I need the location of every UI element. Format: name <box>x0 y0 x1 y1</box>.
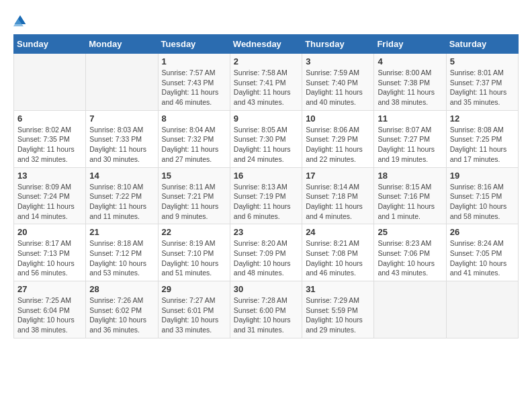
calendar-cell: 8Sunrise: 8:04 AM Sunset: 7:32 PM Daylig… <box>158 110 230 167</box>
day-header-monday: Monday <box>86 35 158 54</box>
day-info: Sunrise: 8:20 AM Sunset: 7:09 PM Dayligh… <box>234 238 298 278</box>
day-number: 13 <box>17 171 82 181</box>
day-info: Sunrise: 7:59 AM Sunset: 7:40 PM Dayligh… <box>306 68 370 107</box>
day-info: Sunrise: 7:57 AM Sunset: 7:43 PM Dayligh… <box>162 68 226 107</box>
calendar-header-row: SundayMondayTuesdayWednesdayThursdayFrid… <box>14 35 519 54</box>
calendar-cell: 16Sunrise: 8:13 AM Sunset: 7:19 PM Dayli… <box>230 167 302 224</box>
day-number: 3 <box>306 56 370 66</box>
day-info: Sunrise: 8:04 AM Sunset: 7:32 PM Dayligh… <box>162 125 226 165</box>
calendar-cell <box>374 281 446 338</box>
calendar-cell: 20Sunrise: 8:17 AM Sunset: 7:13 PM Dayli… <box>14 224 86 281</box>
day-info: Sunrise: 8:03 AM Sunset: 7:33 PM Dayligh… <box>89 125 154 165</box>
day-info: Sunrise: 8:05 AM Sunset: 7:30 PM Dayligh… <box>234 125 298 165</box>
day-info: Sunrise: 8:14 AM Sunset: 7:18 PM Dayligh… <box>306 182 370 222</box>
day-info: Sunrise: 8:10 AM Sunset: 7:22 PM Dayligh… <box>89 182 154 222</box>
calendar-week-row: 1Sunrise: 7:57 AM Sunset: 7:43 PM Daylig… <box>14 54 519 111</box>
day-number: 19 <box>450 171 515 181</box>
day-info: Sunrise: 8:00 AM Sunset: 7:38 PM Dayligh… <box>378 68 442 107</box>
day-info: Sunrise: 8:01 AM Sunset: 7:37 PM Dayligh… <box>450 68 515 107</box>
calendar-cell: 29Sunrise: 7:27 AM Sunset: 6:01 PM Dayli… <box>158 281 230 338</box>
day-number: 25 <box>378 227 442 237</box>
calendar-cell: 21Sunrise: 8:18 AM Sunset: 7:12 PM Dayli… <box>86 224 158 281</box>
day-number: 27 <box>17 284 82 294</box>
day-number: 20 <box>17 227 82 237</box>
day-info: Sunrise: 8:02 AM Sunset: 7:35 PM Dayligh… <box>17 125 82 165</box>
calendar-cell: 7Sunrise: 8:03 AM Sunset: 7:33 PM Daylig… <box>86 110 158 167</box>
day-info: Sunrise: 7:26 AM Sunset: 6:02 PM Dayligh… <box>89 295 154 335</box>
calendar-cell: 14Sunrise: 8:10 AM Sunset: 7:22 PM Dayli… <box>86 167 158 224</box>
calendar-table: SundayMondayTuesdayWednesdayThursdayFrid… <box>13 34 519 338</box>
day-info: Sunrise: 8:13 AM Sunset: 7:19 PM Dayligh… <box>234 182 298 222</box>
day-number: 24 <box>306 227 370 237</box>
day-info: Sunrise: 7:58 AM Sunset: 7:41 PM Dayligh… <box>234 68 298 107</box>
day-number: 31 <box>306 284 370 294</box>
calendar-cell: 3Sunrise: 7:59 AM Sunset: 7:40 PM Daylig… <box>302 54 374 111</box>
day-info: Sunrise: 8:09 AM Sunset: 7:24 PM Dayligh… <box>17 182 82 222</box>
day-number: 4 <box>378 56 442 66</box>
calendar-cell: 18Sunrise: 8:15 AM Sunset: 7:16 PM Dayli… <box>374 167 446 224</box>
day-info: Sunrise: 8:06 AM Sunset: 7:29 PM Dayligh… <box>306 125 370 165</box>
calendar-cell: 22Sunrise: 8:19 AM Sunset: 7:10 PM Dayli… <box>158 224 230 281</box>
day-info: Sunrise: 8:24 AM Sunset: 7:05 PM Dayligh… <box>450 238 515 278</box>
day-header-thursday: Thursday <box>302 35 374 54</box>
day-number: 22 <box>162 227 226 237</box>
day-info: Sunrise: 8:15 AM Sunset: 7:16 PM Dayligh… <box>378 182 442 222</box>
calendar-week-row: 27Sunrise: 7:25 AM Sunset: 6:04 PM Dayli… <box>14 281 519 338</box>
day-info: Sunrise: 8:07 AM Sunset: 7:27 PM Dayligh… <box>378 125 442 165</box>
day-number: 9 <box>234 113 298 124</box>
calendar-cell: 9Sunrise: 8:05 AM Sunset: 7:30 PM Daylig… <box>230 110 302 167</box>
day-number: 18 <box>378 171 442 181</box>
calendar-cell <box>14 54 86 111</box>
calendar-cell: 13Sunrise: 8:09 AM Sunset: 7:24 PM Dayli… <box>14 167 86 224</box>
day-number: 11 <box>378 113 442 124</box>
day-number: 2 <box>234 56 298 66</box>
page-header <box>13 13 519 28</box>
calendar-cell: 5Sunrise: 8:01 AM Sunset: 7:37 PM Daylig… <box>446 54 518 111</box>
calendar-cell: 6Sunrise: 8:02 AM Sunset: 7:35 PM Daylig… <box>14 110 86 167</box>
calendar-cell: 28Sunrise: 7:26 AM Sunset: 6:02 PM Dayli… <box>86 281 158 338</box>
day-info: Sunrise: 8:17 AM Sunset: 7:13 PM Dayligh… <box>17 238 82 278</box>
calendar-week-row: 6Sunrise: 8:02 AM Sunset: 7:35 PM Daylig… <box>14 110 519 167</box>
day-info: Sunrise: 8:21 AM Sunset: 7:08 PM Dayligh… <box>306 238 370 278</box>
calendar-cell: 17Sunrise: 8:14 AM Sunset: 7:18 PM Dayli… <box>302 167 374 224</box>
day-number: 30 <box>234 284 298 294</box>
calendar-cell: 11Sunrise: 8:07 AM Sunset: 7:27 PM Dayli… <box>374 110 446 167</box>
calendar-cell: 15Sunrise: 8:11 AM Sunset: 7:21 PM Dayli… <box>158 167 230 224</box>
calendar-cell: 4Sunrise: 8:00 AM Sunset: 7:38 PM Daylig… <box>374 54 446 111</box>
day-number: 6 <box>17 113 82 124</box>
calendar-cell: 12Sunrise: 8:08 AM Sunset: 7:25 PM Dayli… <box>446 110 518 167</box>
calendar-cell: 2Sunrise: 7:58 AM Sunset: 7:41 PM Daylig… <box>230 54 302 111</box>
calendar-cell: 26Sunrise: 8:24 AM Sunset: 7:05 PM Dayli… <box>446 224 518 281</box>
calendar-cell: 24Sunrise: 8:21 AM Sunset: 7:08 PM Dayli… <box>302 224 374 281</box>
day-number: 28 <box>89 284 154 294</box>
calendar-cell: 10Sunrise: 8:06 AM Sunset: 7:29 PM Dayli… <box>302 110 374 167</box>
logo <box>13 13 30 28</box>
calendar-week-row: 20Sunrise: 8:17 AM Sunset: 7:13 PM Dayli… <box>14 224 519 281</box>
calendar-cell: 27Sunrise: 7:25 AM Sunset: 6:04 PM Dayli… <box>14 281 86 338</box>
day-info: Sunrise: 7:25 AM Sunset: 6:04 PM Dayligh… <box>17 295 82 335</box>
day-info: Sunrise: 7:29 AM Sunset: 5:59 PM Dayligh… <box>306 295 370 335</box>
day-number: 7 <box>89 113 154 124</box>
day-number: 1 <box>162 56 226 66</box>
day-header-saturday: Saturday <box>446 35 518 54</box>
day-number: 5 <box>450 56 515 66</box>
calendar-cell: 1Sunrise: 7:57 AM Sunset: 7:43 PM Daylig… <box>158 54 230 111</box>
day-header-sunday: Sunday <box>14 35 86 54</box>
calendar-cell: 31Sunrise: 7:29 AM Sunset: 5:59 PM Dayli… <box>302 281 374 338</box>
day-number: 26 <box>450 227 515 237</box>
calendar-week-row: 13Sunrise: 8:09 AM Sunset: 7:24 PM Dayli… <box>14 167 519 224</box>
day-number: 14 <box>89 171 154 181</box>
day-info: Sunrise: 8:11 AM Sunset: 7:21 PM Dayligh… <box>162 182 226 222</box>
day-number: 29 <box>162 284 226 294</box>
calendar-cell <box>446 281 518 338</box>
day-number: 12 <box>450 113 515 124</box>
day-number: 21 <box>89 227 154 237</box>
day-info: Sunrise: 7:27 AM Sunset: 6:01 PM Dayligh… <box>162 295 226 335</box>
day-number: 16 <box>234 171 298 181</box>
day-info: Sunrise: 8:08 AM Sunset: 7:25 PM Dayligh… <box>450 125 515 165</box>
logo-icon <box>13 14 27 28</box>
calendar-cell: 25Sunrise: 8:23 AM Sunset: 7:06 PM Dayli… <box>374 224 446 281</box>
day-info: Sunrise: 7:28 AM Sunset: 6:00 PM Dayligh… <box>234 295 298 335</box>
calendar-cell: 19Sunrise: 8:16 AM Sunset: 7:15 PM Dayli… <box>446 167 518 224</box>
day-info: Sunrise: 8:16 AM Sunset: 7:15 PM Dayligh… <box>450 182 515 222</box>
